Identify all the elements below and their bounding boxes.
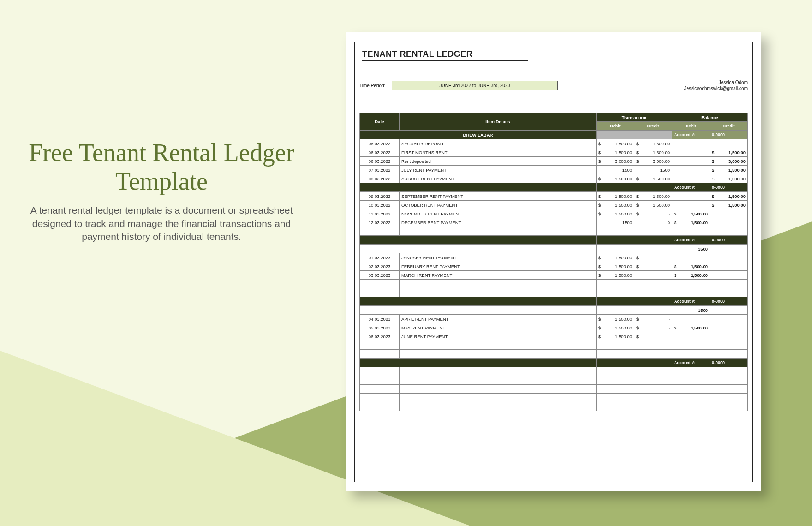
ledger-title: TENANT RENTAL LEDGER [362, 49, 528, 61]
page-title: Free Tenant Rental Ledger Template [28, 138, 295, 196]
ledger-frame: TENANT RENTAL LEDGER Time Period: JUNE 3… [354, 42, 753, 482]
promo-text: Free Tenant Rental Ledger Template A ten… [28, 138, 295, 243]
page-description: A tenant rental ledger template is a doc… [28, 204, 295, 243]
contact-email: Jessicaodomswick@gmail.com [684, 85, 748, 91]
period-value: JUNE 3rd 2022 to JUNE 3rd, 2023 [392, 81, 558, 90]
contact-name: Jessica Odom [684, 79, 748, 85]
period-row: Time Period: JUNE 3rd 2022 to JUNE 3rd, … [359, 79, 748, 91]
ledger-table: DateItem DetailsTransactionBalanceDebitC… [359, 113, 748, 411]
period-label: Time Period: [359, 83, 385, 88]
ledger-sheet: TENANT RENTAL LEDGER Time Period: JUNE 3… [346, 32, 761, 491]
contact-block: Jessica Odom Jessicaodomswick@gmail.com [684, 79, 748, 91]
